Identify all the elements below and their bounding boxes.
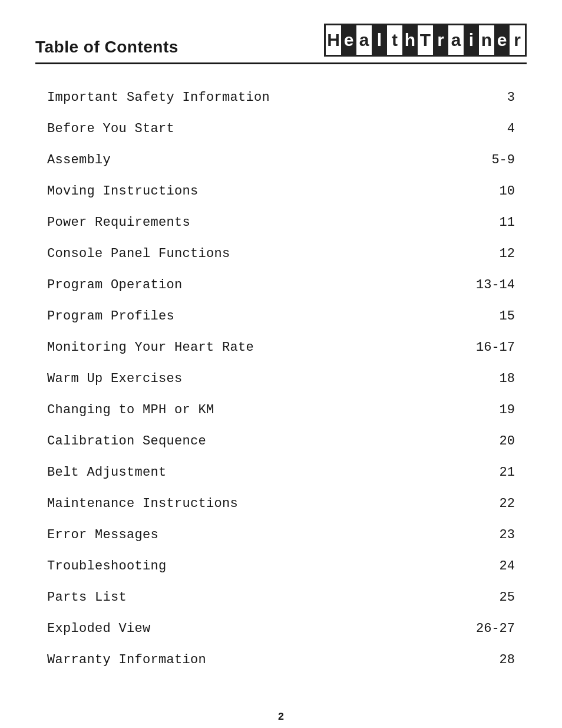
toc-item-label: Exploded View [47, 621, 151, 636]
logo-char-a: a [356, 25, 372, 55]
logo-char-H: H [326, 25, 341, 55]
toc-item-label: Important Safety Information [47, 90, 270, 105]
toc-item-label: Power Requirements [47, 215, 190, 230]
logo-char-T: T [418, 25, 433, 55]
toc-item-page: 11 [468, 215, 515, 230]
toc-row: Before You Start4 [35, 113, 527, 144]
toc-item-page: 26-27 [468, 621, 515, 636]
logo-char-a2: a [448, 25, 464, 55]
toc-row: Parts List25 [35, 582, 527, 613]
toc-item-page: 22 [468, 496, 515, 511]
toc-item-page: 23 [468, 528, 515, 542]
toc-row: Exploded View26-27 [35, 613, 527, 644]
logo-char-l: l [372, 25, 387, 55]
toc-row: Changing to MPH or KM19 [35, 394, 527, 426]
toc-row: Program Profiles15 [35, 301, 527, 332]
page-header: Table of Contents H e a l t h T r a i n … [35, 24, 527, 64]
page: Table of Contents H e a l t h T r a i n … [0, 0, 562, 728]
toc-item-page: 18 [468, 371, 515, 386]
toc-row: Monitoring Your Heart Rate16-17 [35, 332, 527, 363]
toc-item-page: 28 [468, 653, 515, 667]
toc-row: Program Operation13-14 [35, 269, 527, 301]
toc-row: Warm Up Exercises18 [35, 363, 527, 394]
logo-char-r1: r [433, 25, 448, 55]
toc-row: Assembly5-9 [35, 144, 527, 176]
toc-item-label: Program Profiles [47, 309, 174, 324]
toc-item-page: 16-17 [468, 340, 515, 355]
logo-char-r2: r [510, 25, 525, 55]
toc-item-label: Error Messages [47, 528, 158, 542]
toc-item-page: 3 [468, 90, 515, 105]
logo-char-e: e [341, 25, 356, 55]
toc-row: Moving Instructions10 [35, 176, 527, 207]
page-number: 2 [35, 711, 527, 723]
toc-item-label: Warranty Information [47, 653, 206, 667]
toc-item-label: Changing to MPH or KM [47, 403, 214, 417]
toc-item-page: 19 [468, 403, 515, 417]
toc-item-label: Parts List [47, 590, 127, 605]
toc-item-page: 21 [468, 465, 515, 480]
toc-item-label: Troubleshooting [47, 559, 167, 574]
logo-char-n: n [479, 25, 494, 55]
toc-item-page: 20 [468, 434, 515, 449]
toc-item-label: Warm Up Exercises [47, 371, 183, 386]
toc-item-page: 24 [468, 559, 515, 574]
toc-item-label: Maintenance Instructions [47, 496, 238, 511]
toc-item-page: 15 [468, 309, 515, 324]
toc-item-page: 4 [468, 121, 515, 136]
page-title: Table of Contents [35, 38, 178, 57]
toc-item-label: Program Operation [47, 278, 183, 292]
toc-row: Warranty Information28 [35, 644, 527, 676]
toc-item-label: Moving Instructions [47, 184, 199, 199]
toc-row: Belt Adjustment21 [35, 457, 527, 488]
table-of-contents: Important Safety Information3Before You … [35, 82, 527, 676]
toc-item-page: 12 [468, 246, 515, 261]
toc-row: Maintenance Instructions22 [35, 488, 527, 519]
toc-item-label: Calibration Sequence [47, 434, 206, 449]
toc-row: Console Panel Functions12 [35, 238, 527, 269]
toc-row: Calibration Sequence20 [35, 426, 527, 457]
toc-item-label: Console Panel Functions [47, 246, 230, 261]
toc-item-page: 10 [468, 184, 515, 199]
logo-char-t: t [387, 25, 402, 55]
brand-logo: H e a l t h T r a i n e r [324, 24, 527, 57]
toc-item-label: Monitoring Your Heart Rate [47, 340, 254, 355]
logo-inner: H e a l t h T r a i n e r [326, 25, 525, 55]
toc-item-page: 5-9 [468, 153, 515, 167]
toc-row: Troubleshooting24 [35, 551, 527, 582]
toc-item-label: Assembly [47, 153, 111, 167]
toc-item-page: 25 [468, 590, 515, 605]
toc-item-label: Before You Start [47, 121, 174, 136]
logo-char-e2: e [494, 25, 510, 55]
toc-item-page: 13-14 [468, 278, 515, 292]
logo-char-i: i [464, 25, 479, 55]
toc-row: Error Messages23 [35, 519, 527, 551]
toc-row: Power Requirements11 [35, 207, 527, 238]
toc-row: Important Safety Information3 [35, 82, 527, 113]
logo-char-h: h [402, 25, 418, 55]
toc-item-label: Belt Adjustment [47, 465, 167, 480]
